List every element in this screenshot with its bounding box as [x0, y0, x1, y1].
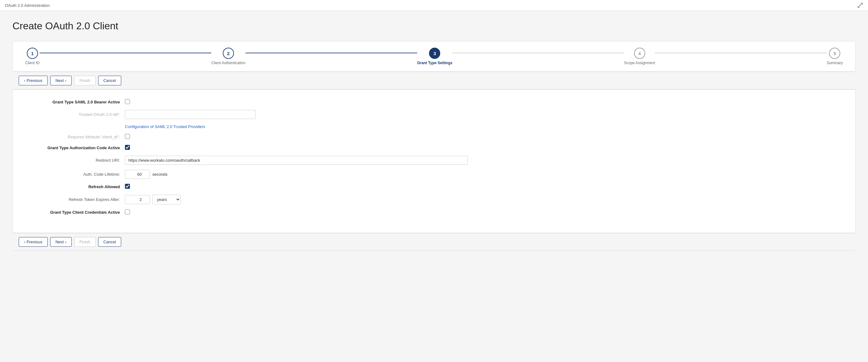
- trusted-idp-control: [125, 110, 312, 119]
- auth-code-lifetime-row: Auth. Code Lifetime: 60 seconds: [25, 170, 843, 179]
- step-label-5: Summary: [827, 61, 843, 65]
- refresh-token-unit-select[interactable]: seconds minutes hours days months years: [152, 195, 181, 204]
- step-connector-2: [246, 53, 417, 53]
- requires-client-id-checkbox[interactable]: [125, 134, 130, 139]
- client-credentials-row: Grant Type Client Credentials Active: [25, 209, 843, 215]
- page-title: Create OAuth 2.0 Client: [12, 20, 856, 32]
- chevron-left-icon-bottom: ‹: [24, 240, 25, 244]
- requires-client-id-label: Requires Attribute "client_id":: [25, 134, 125, 139]
- bottom-previous-button[interactable]: ‹ Previous: [19, 237, 48, 247]
- client-credentials-label: Grant Type Client Credentials Active: [25, 210, 125, 215]
- redirect-uri-label: Redirect URI:: [25, 158, 125, 162]
- title-bar: OAuth 2.0 Administration: [0, 0, 868, 11]
- bottom-next-button[interactable]: Next ›: [50, 237, 72, 247]
- redirect-uri-row: Redirect URI: https://www.workato.com/oa…: [25, 156, 843, 165]
- auth-code-active-row: Grant Type Authorization Code Active: [25, 145, 843, 151]
- stepper: 1 Client ID 2 Client Authentication 3 Gr…: [25, 48, 843, 65]
- step-circle-4: 4: [634, 48, 645, 59]
- bottom-finish-button: Finish: [74, 237, 96, 247]
- chevron-right-icon: ›: [65, 78, 66, 83]
- step-5: 5 Summary: [827, 48, 843, 65]
- auth-code-active-label: Grant Type Authorization Code Active: [25, 146, 125, 150]
- step-label-1: Client ID: [25, 61, 39, 65]
- top-cancel-button[interactable]: Cancel: [98, 76, 121, 85]
- top-previous-button[interactable]: ‹ Previous: [19, 76, 48, 85]
- saml-bearer-checkbox[interactable]: [125, 99, 130, 104]
- auth-code-active-checkbox[interactable]: [125, 145, 130, 150]
- chevron-right-icon-bottom: ›: [65, 240, 66, 244]
- step-connector-1: [39, 53, 211, 53]
- bottom-cancel-button[interactable]: Cancel: [98, 237, 121, 247]
- main-form: Grant Type SAML 2.0 Bearer Active Truste…: [12, 89, 856, 233]
- auth-code-lifetime-unit: seconds: [152, 172, 167, 177]
- top-finish-button: Finish: [74, 76, 96, 85]
- chevron-left-icon: ‹: [24, 78, 25, 83]
- redirect-uri-input[interactable]: https://www.workato.com/oauth/callback: [125, 156, 468, 165]
- step-circle-2: 2: [223, 48, 234, 59]
- refresh-allowed-row: Refresh Allowed: [25, 184, 843, 190]
- refresh-token-row: Refresh Token Expires After: 2 seconds m…: [25, 195, 843, 204]
- saml-bearer-control: [125, 99, 312, 105]
- trusted-idp-input[interactable]: [125, 110, 256, 119]
- client-credentials-checkbox[interactable]: [125, 209, 130, 214]
- step-label-2: Client Authentication: [211, 61, 245, 65]
- step-connector-3: [453, 53, 624, 53]
- step-label-3: Grant Type Settings: [417, 61, 453, 65]
- step-circle-1: 1: [27, 48, 38, 59]
- refresh-allowed-label: Refresh Allowed: [25, 184, 125, 189]
- step-3: 3 Grant Type Settings: [417, 48, 453, 65]
- bottom-actions-bar: ‹ Previous Next › Finish Cancel: [12, 233, 856, 251]
- expand-icon[interactable]: [858, 2, 863, 8]
- saml-bearer-row: Grant Type SAML 2.0 Bearer Active: [25, 99, 843, 105]
- step-circle-5: 5: [829, 48, 840, 59]
- auth-code-lifetime-input[interactable]: 60: [125, 170, 150, 179]
- config-link-row: Configuration of SAML 2.0 Trusted Provid…: [25, 124, 843, 129]
- step-2: 2 Client Authentication: [211, 48, 245, 65]
- saml-bearer-label: Grant Type SAML 2.0 Bearer Active: [25, 100, 125, 104]
- title-bar-text: OAuth 2.0 Administration: [5, 3, 50, 8]
- top-next-button[interactable]: Next ›: [50, 76, 72, 85]
- refresh-token-input[interactable]: 2: [125, 195, 150, 204]
- requires-client-id-row: Requires Attribute "client_id":: [25, 134, 843, 140]
- step-1: 1 Client ID: [25, 48, 39, 65]
- step-connector-4: [655, 53, 827, 53]
- step-circle-3: 3: [429, 48, 440, 59]
- stepper-container: 1 Client ID 2 Client Authentication 3 Gr…: [12, 41, 856, 72]
- trusted-idp-label: Trusted OAuth 2.0 IdP:: [25, 112, 125, 117]
- page-content: Create OAuth 2.0 Client 1 Client ID 2 Cl…: [0, 11, 868, 260]
- top-actions-bar: ‹ Previous Next › Finish Cancel: [12, 72, 856, 89]
- refresh-allowed-checkbox[interactable]: [125, 184, 130, 189]
- step-4: 4 Scope Assignment: [624, 48, 655, 65]
- config-link[interactable]: Configuration of SAML 2.0 Trusted Provid…: [125, 124, 205, 129]
- refresh-token-label: Refresh Token Expires After:: [25, 197, 125, 202]
- trusted-idp-row: Trusted OAuth 2.0 IdP:: [25, 110, 843, 119]
- step-label-4: Scope Assignment: [624, 61, 655, 65]
- auth-code-lifetime-label: Auth. Code Lifetime:: [25, 172, 125, 177]
